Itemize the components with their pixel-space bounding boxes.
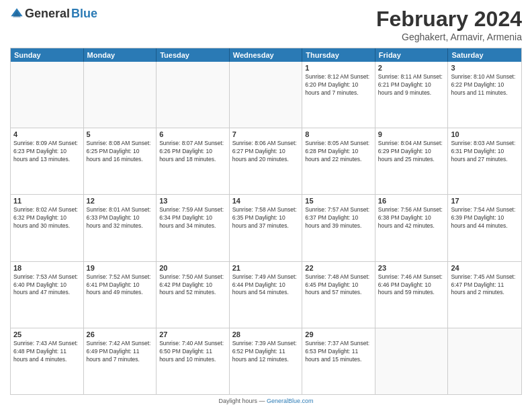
day-number: 10 bbox=[451, 130, 519, 138]
calendar-cell: 12Sunrise: 8:01 AM Sunset: 6:33 PM Dayli… bbox=[84, 195, 157, 261]
day-info: Sunrise: 8:01 AM Sunset: 6:33 PM Dayligh… bbox=[87, 206, 154, 230]
day-number: 22 bbox=[305, 264, 372, 272]
calendar-cell: 23Sunrise: 7:46 AM Sunset: 6:46 PM Dayli… bbox=[375, 262, 449, 328]
calendar-cell: 14Sunrise: 7:58 AM Sunset: 6:35 PM Dayli… bbox=[230, 195, 303, 261]
day-info: Sunrise: 7:56 AM Sunset: 6:38 PM Dayligh… bbox=[378, 206, 445, 230]
day-info: Sunrise: 7:40 AM Sunset: 6:50 PM Dayligh… bbox=[159, 340, 226, 364]
calendar-body: 1Sunrise: 8:12 AM Sunset: 6:20 PM Daylig… bbox=[11, 62, 521, 394]
day-info: Sunrise: 7:52 AM Sunset: 6:41 PM Dayligh… bbox=[87, 273, 154, 298]
calendar-cell: 21Sunrise: 7:49 AM Sunset: 6:44 PM Dayli… bbox=[230, 262, 303, 328]
calendar-header-cell: Thursday bbox=[302, 48, 375, 62]
day-number: 19 bbox=[87, 264, 154, 272]
calendar-cell: 5Sunrise: 8:08 AM Sunset: 6:25 PM Daylig… bbox=[84, 128, 157, 194]
day-number: 5 bbox=[87, 130, 154, 138]
calendar-cell: 18Sunrise: 7:53 AM Sunset: 6:40 PM Dayli… bbox=[11, 262, 84, 328]
calendar-header: SundayMondayTuesdayWednesdayThursdayFrid… bbox=[11, 48, 521, 62]
calendar-cell: 29Sunrise: 7:37 AM Sunset: 6:53 PM Dayli… bbox=[302, 328, 375, 394]
logo: General Blue bbox=[10, 7, 97, 21]
day-info: Sunrise: 8:05 AM Sunset: 6:28 PM Dayligh… bbox=[305, 140, 372, 164]
logo-icon bbox=[10, 7, 24, 21]
calendar-cell: 16Sunrise: 7:56 AM Sunset: 6:38 PM Dayli… bbox=[375, 195, 449, 261]
day-number: 9 bbox=[378, 130, 445, 138]
day-number: 4 bbox=[13, 130, 81, 138]
calendar-cell: 1Sunrise: 8:12 AM Sunset: 6:20 PM Daylig… bbox=[302, 62, 375, 128]
day-info: Sunrise: 7:50 AM Sunset: 6:42 PM Dayligh… bbox=[159, 273, 226, 298]
footer: Daylight hours — GeneralBlue.com bbox=[10, 398, 522, 404]
day-info: Sunrise: 7:48 AM Sunset: 6:45 PM Dayligh… bbox=[305, 273, 372, 298]
calendar-cell: 28Sunrise: 7:39 AM Sunset: 6:52 PM Dayli… bbox=[230, 328, 303, 394]
subtitle: Geghakert, Armavir, Armenia bbox=[376, 32, 522, 42]
day-info: Sunrise: 7:54 AM Sunset: 6:39 PM Dayligh… bbox=[451, 206, 519, 230]
calendar-cell: 11Sunrise: 8:02 AM Sunset: 6:32 PM Dayli… bbox=[11, 195, 84, 261]
day-number: 27 bbox=[159, 330, 226, 338]
day-info: Sunrise: 7:58 AM Sunset: 6:35 PM Dayligh… bbox=[232, 206, 300, 230]
calendar-cell: 22Sunrise: 7:48 AM Sunset: 6:45 PM Dayli… bbox=[302, 262, 375, 328]
day-info: Sunrise: 7:45 AM Sunset: 6:47 PM Dayligh… bbox=[451, 273, 519, 298]
day-number: 3 bbox=[451, 64, 519, 72]
day-info: Sunrise: 8:02 AM Sunset: 6:32 PM Dayligh… bbox=[13, 206, 81, 230]
day-info: Sunrise: 7:43 AM Sunset: 6:48 PM Dayligh… bbox=[13, 340, 81, 364]
title-section: February 2024 Geghakert, Armavir, Armeni… bbox=[376, 7, 522, 42]
calendar-row: 11Sunrise: 8:02 AM Sunset: 6:32 PM Dayli… bbox=[11, 195, 521, 261]
day-number: 6 bbox=[159, 130, 226, 138]
day-number: 16 bbox=[378, 197, 445, 205]
day-number: 15 bbox=[305, 197, 372, 205]
calendar-cell bbox=[11, 62, 84, 128]
day-info: Sunrise: 7:49 AM Sunset: 6:44 PM Dayligh… bbox=[232, 273, 300, 298]
calendar-cell: 20Sunrise: 7:50 AM Sunset: 6:42 PM Dayli… bbox=[157, 262, 230, 328]
day-info: Sunrise: 8:08 AM Sunset: 6:25 PM Dayligh… bbox=[87, 140, 154, 164]
day-number: 28 bbox=[232, 330, 300, 338]
logo-text: General Blue bbox=[10, 7, 97, 21]
calendar-cell: 4Sunrise: 8:09 AM Sunset: 6:23 PM Daylig… bbox=[11, 128, 84, 194]
day-info: Sunrise: 8:12 AM Sunset: 6:20 PM Dayligh… bbox=[305, 73, 372, 97]
day-number: 20 bbox=[159, 264, 226, 272]
day-number: 8 bbox=[305, 130, 372, 138]
calendar-cell: 8Sunrise: 8:05 AM Sunset: 6:28 PM Daylig… bbox=[302, 128, 375, 194]
logo-general: General bbox=[25, 7, 70, 21]
calendar-row: 1Sunrise: 8:12 AM Sunset: 6:20 PM Daylig… bbox=[11, 62, 521, 128]
page: General Blue February 2024 Geghakert, Ar… bbox=[0, 0, 532, 411]
footer-url[interactable]: GeneralBlue.com bbox=[267, 398, 314, 404]
calendar-cell: 25Sunrise: 7:43 AM Sunset: 6:48 PM Dayli… bbox=[11, 328, 84, 394]
footer-text: Daylight hours bbox=[218, 398, 257, 404]
day-number: 12 bbox=[87, 197, 154, 205]
calendar-header-cell: Tuesday bbox=[157, 48, 230, 62]
calendar-cell: 10Sunrise: 8:03 AM Sunset: 6:31 PM Dayli… bbox=[448, 128, 521, 194]
calendar-row: 25Sunrise: 7:43 AM Sunset: 6:48 PM Dayli… bbox=[11, 328, 521, 394]
calendar-cell: 9Sunrise: 8:04 AM Sunset: 6:29 PM Daylig… bbox=[375, 128, 449, 194]
day-number: 29 bbox=[305, 330, 372, 338]
calendar-row: 4Sunrise: 8:09 AM Sunset: 6:23 PM Daylig… bbox=[11, 128, 521, 195]
day-number: 24 bbox=[451, 264, 519, 272]
calendar-cell: 17Sunrise: 7:54 AM Sunset: 6:39 PM Dayli… bbox=[448, 195, 521, 261]
day-number: 1 bbox=[305, 64, 372, 72]
header: General Blue February 2024 Geghakert, Ar… bbox=[10, 7, 522, 42]
day-info: Sunrise: 8:07 AM Sunset: 6:26 PM Dayligh… bbox=[159, 140, 226, 164]
day-info: Sunrise: 7:37 AM Sunset: 6:53 PM Dayligh… bbox=[305, 340, 372, 364]
day-number: 7 bbox=[232, 130, 300, 138]
calendar-cell: 6Sunrise: 8:07 AM Sunset: 6:26 PM Daylig… bbox=[157, 128, 230, 194]
day-number: 14 bbox=[232, 197, 300, 205]
day-info: Sunrise: 7:53 AM Sunset: 6:40 PM Dayligh… bbox=[13, 273, 81, 298]
calendar-cell bbox=[84, 62, 157, 128]
calendar-header-cell: Saturday bbox=[448, 48, 521, 62]
calendar-cell bbox=[157, 62, 230, 128]
calendar-cell: 7Sunrise: 8:06 AM Sunset: 6:27 PM Daylig… bbox=[230, 128, 303, 194]
calendar-header-cell: Wednesday bbox=[230, 48, 303, 62]
day-number: 11 bbox=[13, 197, 81, 205]
calendar-cell: 15Sunrise: 7:57 AM Sunset: 6:37 PM Dayli… bbox=[302, 195, 375, 261]
day-info: Sunrise: 8:09 AM Sunset: 6:23 PM Dayligh… bbox=[13, 140, 81, 164]
calendar-cell bbox=[448, 328, 521, 394]
day-info: Sunrise: 8:11 AM Sunset: 6:21 PM Dayligh… bbox=[378, 73, 445, 97]
calendar-header-cell: Monday bbox=[84, 48, 157, 62]
day-number: 17 bbox=[451, 197, 519, 205]
calendar-cell: 3Sunrise: 8:10 AM Sunset: 6:22 PM Daylig… bbox=[448, 62, 521, 128]
calendar-cell bbox=[375, 328, 449, 394]
day-number: 26 bbox=[87, 330, 154, 338]
day-info: Sunrise: 8:10 AM Sunset: 6:22 PM Dayligh… bbox=[451, 73, 519, 97]
calendar-header-cell: Friday bbox=[375, 48, 449, 62]
day-number: 13 bbox=[159, 197, 226, 205]
calendar-cell: 27Sunrise: 7:40 AM Sunset: 6:50 PM Dayli… bbox=[157, 328, 230, 394]
logo-blue: Blue bbox=[71, 7, 97, 21]
calendar-cell: 24Sunrise: 7:45 AM Sunset: 6:47 PM Dayli… bbox=[448, 262, 521, 328]
calendar-cell: 13Sunrise: 7:59 AM Sunset: 6:34 PM Dayli… bbox=[157, 195, 230, 261]
